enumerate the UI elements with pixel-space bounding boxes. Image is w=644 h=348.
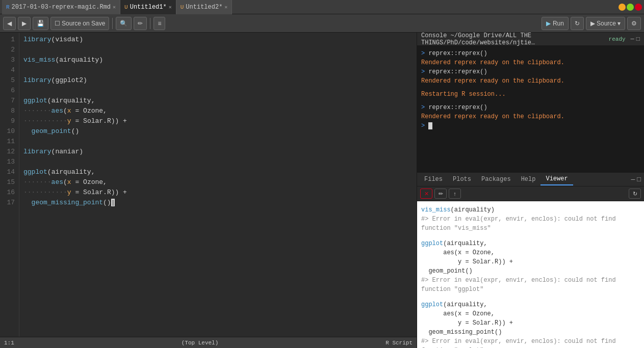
viewer-error-1: #> Error in eval(expr, envir, enclos): c…: [421, 215, 640, 233]
tab-untitled2-close[interactable]: ✕: [224, 4, 227, 10]
line-num-15: 15: [0, 177, 15, 188]
console-header: Console ~/Google Drive/ALL THE THINGS/Ph…: [417, 33, 644, 46]
toolbar: ◀ ▶ 💾 ☐ Source on Save 🔍 ✏ ≡ ▶ Run ↻ ▶ S…: [0, 14, 644, 33]
viewer-brush-button[interactable]: ✏: [434, 189, 447, 199]
line-num-5: 5: [0, 75, 15, 86]
tab-untitled1-close[interactable]: ✕: [169, 4, 172, 10]
separator-2: [150, 18, 150, 29]
source-button[interactable]: ▶ Source ▾: [586, 17, 625, 30]
format-button[interactable]: ≡: [153, 17, 165, 30]
line-num-6: 6: [0, 86, 15, 96]
maximize-button[interactable]: [627, 4, 634, 11]
tab-untitled1[interactable]: U Untitled1* ✕: [120, 0, 176, 14]
rerun-button[interactable]: ↻: [571, 17, 584, 30]
source-label: Source: [597, 20, 616, 27]
line-num-3: 3: [0, 55, 15, 65]
console-cursor: [428, 122, 432, 129]
run-play-icon: ▶: [546, 20, 551, 27]
source-on-save-checkbox[interactable]: ☐: [55, 20, 60, 27]
undo-button[interactable]: ◀: [3, 17, 16, 30]
cursor-position: 1:1: [4, 340, 14, 346]
line-num-17: 17: [0, 198, 15, 208]
tab-untitled1-label: Untitled1*: [130, 4, 167, 11]
console-title: Console ~/Google Drive/ALL THE THINGS/Ph…: [421, 33, 606, 46]
line-num-4: 4: [0, 65, 15, 75]
close-window-button[interactable]: [635, 4, 642, 11]
console-line-2: > reprex::reprex(): [421, 67, 640, 76]
tab-rmd-close[interactable]: ✕: [113, 4, 116, 10]
viewer-error-3: #> Error in eval(expr, envir, enclos): c…: [421, 337, 640, 348]
minimize-console-icon[interactable]: —: [631, 36, 634, 43]
run-label: Run: [553, 20, 564, 27]
tab-bar: R 2017-01-03-reprex-magic.Rmd ✕ U Untitl…: [0, 0, 644, 14]
code-editor[interactable]: library(visdat) vis_miss(airquality) lib…: [19, 33, 417, 337]
extra-button[interactable]: ⚙: [627, 17, 641, 30]
panel-tabs: Files Plots Packages Help Viewer — □: [417, 172, 644, 186]
line-num-10: 10: [0, 126, 15, 137]
redo-button[interactable]: ▶: [18, 17, 31, 30]
run-button[interactable]: ▶ Run: [542, 17, 569, 30]
viewer-toolbar: ✕ ✏ ↑ ↻: [417, 186, 644, 201]
line-num-1: 1: [0, 35, 15, 45]
u2-icon: U: [181, 4, 184, 10]
search-button[interactable]: 🔍: [116, 17, 132, 30]
console-output-2: Rendered reprex ready on the clipboard.: [421, 76, 640, 86]
line-numbers: 1 2 3 4 5 6 7 8 9 10 11 12 13 14 15 16 1…: [0, 33, 19, 337]
source-dropdown-icon[interactable]: ▾: [617, 20, 621, 27]
panel-controls: — □: [631, 176, 644, 183]
source-arrow-icon: ▶: [590, 20, 595, 27]
line-num-2: 2: [0, 45, 15, 55]
ready-status: ready: [606, 36, 629, 43]
line-num-8: 8: [0, 106, 15, 116]
main-content: 1 2 3 4 5 6 7 8 9 10 11 12 13 14 15 16 1…: [0, 33, 644, 348]
status-bar: 1:1 (Top Level) R Script: [0, 337, 417, 348]
tab-help[interactable]: Help: [516, 174, 541, 185]
spellcheck-button[interactable]: ✏: [134, 17, 147, 30]
console-line-1: > reprex::reprex(): [421, 49, 640, 58]
maximize-console-icon[interactable]: □: [636, 36, 640, 43]
line-num-9: 9: [0, 116, 15, 126]
console-output-1: Rendered reprex ready on the clipboard.: [421, 58, 640, 67]
console-line-3: > reprex::reprex(): [421, 103, 640, 112]
tab-viewer[interactable]: Viewer: [540, 173, 573, 185]
viewer-content[interactable]: vis_miss(airquality) #> Error in eval(ex…: [417, 201, 644, 348]
knit-button[interactable]: ☐ Source on Save: [50, 17, 109, 30]
code-level: (Top Level): [182, 340, 219, 346]
viewer-block-2: ggplot(airquality, aes(x = Ozone, y = So…: [421, 239, 640, 294]
tab-rmd[interactable]: R 2017-01-03-reprex-magic.Rmd ✕: [2, 0, 120, 14]
viewer-refresh-button[interactable]: ↻: [629, 189, 641, 199]
editor-pane: 1 2 3 4 5 6 7 8 9 10 11 12 13 14 15 16 1…: [0, 33, 417, 348]
separator-1: [112, 18, 113, 29]
viewer-code-2: ggplot(airquality, aes(x = Ozone, y = So…: [421, 239, 640, 276]
tab-untitled2-label: Untitled2*: [186, 4, 222, 11]
tab-rmd-label: 2017-01-03-reprex-magic.Rmd: [12, 4, 111, 11]
maximize-panel-icon[interactable]: □: [637, 176, 641, 183]
right-panel: Console ~/Google Drive/ALL THE THINGS/Ph…: [417, 33, 644, 348]
console-restart-msg: Restarting R session...: [421, 90, 640, 99]
minimize-button[interactable]: [619, 4, 626, 11]
tab-untitled2[interactable]: U Untitled2* ✕: [176, 0, 233, 14]
tab-plots[interactable]: Plots: [448, 174, 476, 185]
u1-icon: U: [124, 4, 128, 10]
line-num-11: 11: [0, 137, 15, 147]
console-area[interactable]: > reprex::reprex() Rendered reprex ready…: [417, 46, 644, 172]
code-area[interactable]: 1 2 3 4 5 6 7 8 9 10 11 12 13 14 15 16 1…: [0, 33, 417, 337]
viewer-code-3: ggplot(airquality, aes(x = Ozone, y = So…: [421, 300, 640, 337]
viewer-export-button[interactable]: ↑: [449, 189, 461, 199]
tab-files[interactable]: Files: [419, 174, 448, 185]
viewer-error-2: #> Error in eval(expr, envir, enclos): c…: [421, 276, 640, 294]
window-controls: [619, 4, 644, 11]
line-num-7: 7: [0, 96, 15, 106]
source-on-save-label: Source on Save: [62, 20, 105, 27]
line-num-16: 16: [0, 188, 15, 198]
viewer-block-3: ggplot(airquality, aes(x = Ozone, y = So…: [421, 300, 640, 348]
line-num-14: 14: [0, 167, 15, 177]
viewer-close-button[interactable]: ✕: [420, 189, 432, 199]
save-button[interactable]: 💾: [33, 17, 48, 30]
minimize-panel-icon[interactable]: —: [631, 176, 635, 183]
console-prompt-line: >: [421, 121, 640, 130]
console-header-right: ready — □: [606, 36, 640, 43]
viewer-code-1: vis_miss(airquality): [421, 205, 640, 215]
line-num-13: 13: [0, 157, 15, 167]
tab-packages[interactable]: Packages: [476, 174, 516, 185]
